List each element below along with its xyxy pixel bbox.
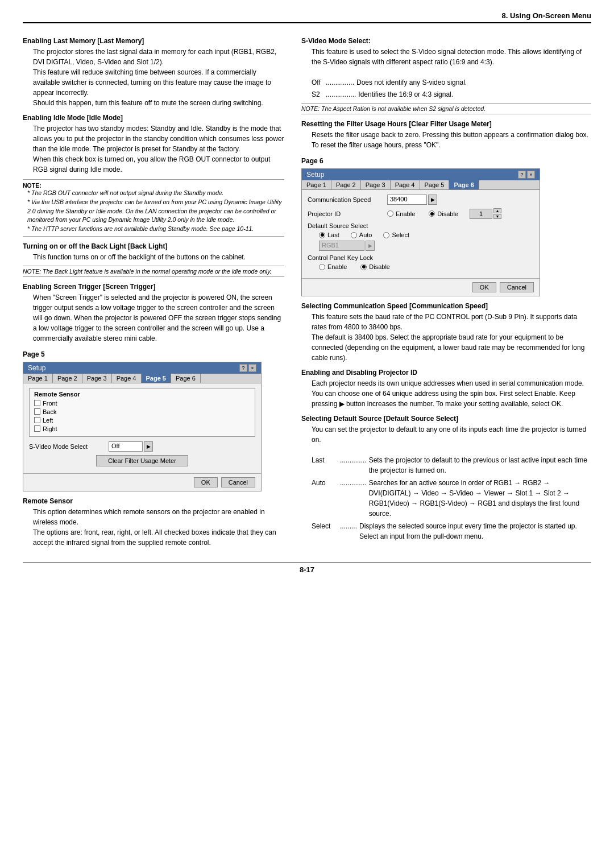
- source-input-field: RGB1: [319, 241, 364, 251]
- back-light-body: This function turns on or off the backli…: [33, 252, 284, 262]
- right-checkbox[interactable]: [34, 425, 40, 432]
- comm-speed-dropdown-btn[interactable]: ▶: [428, 195, 437, 205]
- comm-speed-dropdown[interactable]: 38400 ▶: [387, 195, 437, 205]
- spinbox-value: 1: [470, 209, 492, 219]
- page5-tabs: Page 1 Page 2 Page 3 Page 4 Page 5 Page …: [23, 374, 261, 383]
- page5-help-btn[interactable]: ?: [239, 364, 247, 372]
- reset-filter-p: Resets the filter usage back to zero. Pr…: [312, 130, 591, 150]
- front-label: Front: [43, 400, 57, 407]
- page6-tab-3[interactable]: Page 3: [361, 180, 391, 189]
- idle-mode-p1: The projector has two standby modes: Sta…: [33, 123, 284, 154]
- page6-label: Page 6: [301, 157, 591, 165]
- back-checkbox[interactable]: [34, 408, 40, 415]
- default-source-label: Default Source Select: [308, 222, 534, 229]
- screen-trigger-title: Enabling Screen Trigger [Screen Trigger]: [23, 283, 284, 291]
- svideo-dropdown-btn[interactable]: ▶: [144, 441, 153, 452]
- source-auto-desc: Searches for an active source in order o…: [369, 478, 591, 519]
- svideo-field-label: S-Video Mode Select: [29, 443, 109, 450]
- page6-help-btn[interactable]: ?: [518, 171, 526, 179]
- last-memory-title: Enabling Last Memory [Last Memory]: [23, 37, 284, 45]
- projector-id-options: Enable Disable: [387, 210, 464, 217]
- clear-filter-btn[interactable]: Clear Filter Usage Meter: [96, 455, 188, 466]
- spinbox-arrows: ▲ ▼: [493, 208, 501, 219]
- page6-tab-4[interactable]: Page 4: [391, 180, 420, 189]
- default-source-intro: You can set the projector to default to …: [312, 424, 591, 445]
- projector-id-disable-option: Disable: [429, 210, 458, 217]
- back-light-p: This function turns on or off the backli…: [33, 252, 284, 262]
- source-last-radio[interactable]: [319, 232, 325, 238]
- reset-filter-title: Resetting the Filter Usage Hours [Clear …: [301, 120, 591, 128]
- page5-cancel-btn[interactable]: Cancel: [221, 477, 255, 487]
- source-last-dots: ..............: [340, 455, 367, 476]
- idle-mode-p2: When this check box is turned on, you al…: [33, 154, 284, 175]
- source-auto-item-label: Auto: [312, 478, 340, 519]
- default-source-row: Default Source Select Last Auto Selec: [308, 222, 534, 251]
- page5-tab-6[interactable]: Page 6: [171, 374, 201, 383]
- page6-tab-2[interactable]: Page 2: [331, 180, 361, 189]
- page6-close-btn[interactable]: ×: [527, 171, 535, 179]
- page6-titlebar-buttons: ? ×: [518, 171, 535, 179]
- control-disable-option: Disable: [360, 263, 390, 270]
- comm-speed-section-title: Selecting Communication Speed [Communica…: [301, 302, 591, 310]
- comm-speed-section-body: This feature sets the baud rate of the P…: [312, 312, 591, 363]
- left-column: Enabling Last Memory [Last Memory] The p…: [23, 31, 284, 551]
- page5-tab-3[interactable]: Page 3: [82, 374, 112, 383]
- note-item-3: * The HTTP server functions are not avai…: [27, 225, 284, 234]
- control-options: Enable Disable: [319, 263, 534, 270]
- source-select-radio[interactable]: [383, 232, 389, 238]
- page5-tab-5[interactable]: Page 5: [142, 374, 171, 383]
- source-dropdown-btn[interactable]: ▶: [366, 241, 375, 251]
- s2-dots: ................: [326, 89, 356, 100]
- svideo-dropdown[interactable]: Off ▶: [109, 441, 153, 452]
- source-auto-radio[interactable]: [351, 232, 357, 238]
- page5-titlebar: Setup ? ×: [23, 362, 261, 374]
- source-last-desc: Sets the projector to default to the pre…: [369, 455, 591, 476]
- header-title: 8. Using On-Screen Menu: [502, 11, 591, 20]
- front-checkbox[interactable]: [34, 400, 40, 406]
- page5-tab-2[interactable]: Page 2: [53, 374, 82, 383]
- left-checkbox[interactable]: [34, 417, 40, 423]
- source-auto-option: Auto: [351, 232, 372, 238]
- projector-id-row: Projector ID Enable Disable 1: [308, 208, 534, 219]
- checkbox-front: Front: [34, 400, 250, 407]
- footer-page-number: 8-17: [300, 565, 314, 574]
- page6-tab-1[interactable]: Page 1: [302, 180, 331, 189]
- default-source-section-body: You can set the projector to default to …: [312, 424, 591, 542]
- off-label: Off: [312, 77, 326, 88]
- spinbox-up-btn[interactable]: ▲: [493, 208, 501, 213]
- page5-ok-btn[interactable]: OK: [194, 477, 218, 487]
- page-footer: 8-17: [23, 563, 591, 574]
- off-desc: Does not identify any S-video signal.: [356, 77, 467, 88]
- checkbox-right: Right: [34, 425, 250, 432]
- page5-tab-4[interactable]: Page 4: [112, 374, 142, 383]
- back-light-note: NOTE: The Back Light feature is availabl…: [23, 266, 284, 277]
- remote-sensor-section: Remote Sensor This option determines whi…: [23, 497, 284, 548]
- source-input-dropdown[interactable]: RGB1 ▶: [319, 241, 534, 251]
- page5-tab-1[interactable]: Page 1: [23, 374, 53, 383]
- note-item-1: * The RGB OUT connector will not output …: [27, 189, 284, 198]
- idle-mode-body: The projector has two standby modes: Sta…: [33, 123, 284, 175]
- projector-id-disable-radio[interactable]: [429, 210, 435, 217]
- checkbox-back: Back: [34, 408, 250, 415]
- control-panel-label: Control Panel Key Lock: [308, 254, 534, 261]
- page5-label: Page 5: [23, 350, 284, 358]
- control-enable-radio[interactable]: [319, 264, 325, 270]
- control-disable-radio[interactable]: [360, 264, 367, 270]
- reset-filter-section: Resetting the Filter Usage Hours [Clear …: [301, 120, 591, 150]
- last-memory-p2: This feature will reduce switching time …: [33, 67, 284, 98]
- source-select-desc: Displays the selected source input every…: [359, 521, 591, 542]
- projector-id-enable-label: Enable: [396, 210, 415, 217]
- source-input-container: RGB1 ▶: [319, 241, 534, 251]
- page6-tab-6[interactable]: Page 6: [449, 180, 479, 189]
- projector-id-enable-radio[interactable]: [387, 210, 393, 217]
- page6-cancel-btn[interactable]: Cancel: [500, 282, 534, 292]
- page5-close-btn[interactable]: ×: [248, 364, 256, 372]
- svideo-off-row: Off ............... Does not identify an…: [312, 77, 591, 88]
- page6-ok-btn[interactable]: OK: [472, 282, 496, 292]
- default-source-section-title: Selecting Default Source [Default Source…: [301, 415, 591, 423]
- spinbox-down-btn[interactable]: ▼: [493, 214, 501, 219]
- comm-speed-row: Communication Speed 38400 ▶: [308, 195, 534, 205]
- last-memory-body: The projector stores the last signal dat…: [33, 47, 284, 108]
- page6-tab-5[interactable]: Page 5: [420, 180, 450, 189]
- source-select-dots: .........: [340, 521, 357, 542]
